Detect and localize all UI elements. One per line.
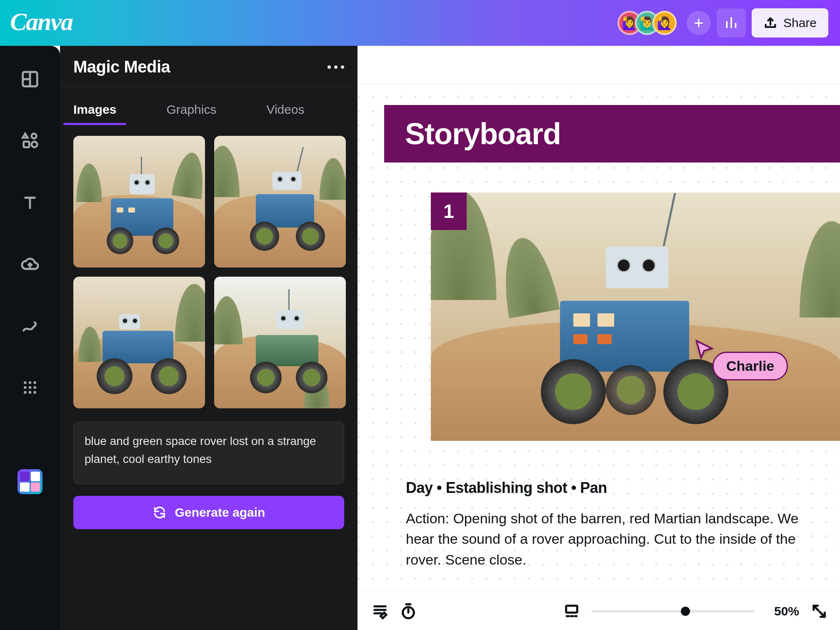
- add-collaborator-button[interactable]: +: [687, 11, 711, 35]
- svg-point-10: [24, 391, 27, 394]
- panel-title: Magic Media: [73, 58, 170, 76]
- design-canvas-area: Storyboard: [358, 46, 840, 630]
- bar-chart-icon: [724, 15, 739, 30]
- apps-grid-icon: [22, 379, 38, 396]
- svg-point-7: [24, 386, 27, 389]
- svg-point-11: [29, 391, 32, 394]
- zoom-value[interactable]: 50%: [774, 604, 799, 618]
- svg-point-5: [29, 381, 32, 384]
- upload-icon: [763, 16, 778, 30]
- storyboard-title-bar[interactable]: Storyboard: [384, 105, 840, 162]
- shapes-icon: [20, 131, 40, 150]
- generated-image[interactable]: [214, 277, 346, 408]
- fullscreen-icon[interactable]: [811, 603, 828, 620]
- elements-button[interactable]: [18, 129, 42, 152]
- text-icon: [20, 193, 40, 212]
- collaborator-name-badge: Charlie: [712, 352, 788, 380]
- panel-header: Magic Media: [60, 53, 358, 87]
- shot-action-text[interactable]: Action: Opening shot of the barren, red …: [406, 508, 823, 570]
- canvas-footer: 50%: [358, 592, 840, 630]
- svg-point-4: [24, 381, 27, 384]
- svg-rect-3: [32, 142, 37, 147]
- magic-media-panel: Magic Media Images Graphics Videos: [60, 46, 358, 630]
- generated-image[interactable]: [214, 136, 346, 268]
- templates-button[interactable]: [18, 68, 42, 91]
- storyboard-frame-image[interactable]: [431, 192, 840, 441]
- collaborator-cursor: Charlie: [695, 339, 788, 380]
- magic-media-app-button[interactable]: [18, 469, 42, 494]
- tab-images[interactable]: Images: [73, 98, 116, 124]
- layout-icon: [20, 70, 40, 89]
- app-header: Canva 🙋‍♀️ 🙋‍♂️ 🙋‍♀️ + Share: [0, 0, 840, 46]
- cloud-upload-icon: [20, 255, 40, 274]
- canvas-toolbar: [358, 46, 840, 84]
- svg-point-9: [33, 386, 36, 389]
- tool-rail: [0, 46, 60, 630]
- frame-number-badge: 1: [431, 192, 467, 230]
- svg-point-12: [33, 391, 36, 394]
- prompt-input[interactable]: blue and green space rover lost on a str…: [73, 422, 344, 484]
- share-label: Share: [783, 16, 817, 30]
- storyboard-title: Storyboard: [405, 117, 561, 151]
- regenerate-icon: [152, 505, 167, 520]
- cursor-icon: [695, 339, 713, 361]
- share-button[interactable]: Share: [752, 8, 828, 38]
- canva-logo[interactable]: Canva: [10, 9, 72, 37]
- generated-image[interactable]: [73, 277, 205, 408]
- pages-view-icon[interactable]: [563, 603, 580, 620]
- generate-label: Generate again: [175, 505, 265, 520]
- svg-point-1: [32, 134, 36, 139]
- draw-button[interactable]: [18, 314, 42, 338]
- canvas-viewport[interactable]: Storyboard: [358, 84, 840, 630]
- notes-icon[interactable]: [372, 603, 388, 620]
- analytics-button[interactable]: [717, 8, 746, 38]
- draw-icon: [20, 316, 40, 335]
- uploads-button[interactable]: [18, 252, 42, 276]
- generate-again-button[interactable]: Generate again: [73, 496, 344, 529]
- tab-graphics[interactable]: Graphics: [166, 98, 216, 124]
- text-button[interactable]: [18, 191, 42, 214]
- header-actions: 🙋‍♀️ 🙋‍♂️ 🙋‍♀️ + Share: [618, 8, 828, 38]
- generated-image[interactable]: [73, 136, 205, 268]
- avatar[interactable]: 🙋‍♀️: [652, 11, 677, 35]
- apps-button[interactable]: [18, 376, 42, 399]
- svg-point-8: [29, 386, 32, 389]
- timer-icon[interactable]: [400, 603, 417, 620]
- svg-point-6: [33, 381, 36, 384]
- zoom-handle[interactable]: [681, 607, 690, 616]
- svg-rect-2: [24, 142, 29, 147]
- svg-rect-14: [566, 605, 578, 612]
- prompt-text: blue and green space rover lost on a str…: [85, 432, 333, 468]
- collaborator-avatars[interactable]: 🙋‍♀️ 🙋‍♂️ 🙋‍♀️: [618, 11, 677, 35]
- tab-videos[interactable]: Videos: [266, 98, 304, 124]
- zoom-slider[interactable]: [592, 610, 754, 612]
- shot-metadata[interactable]: Day • Establishing shot • Pan: [406, 479, 607, 497]
- media-type-tabs: Images Graphics Videos: [60, 98, 358, 124]
- panel-more-button[interactable]: [328, 65, 344, 69]
- generated-images-grid: [60, 124, 358, 408]
